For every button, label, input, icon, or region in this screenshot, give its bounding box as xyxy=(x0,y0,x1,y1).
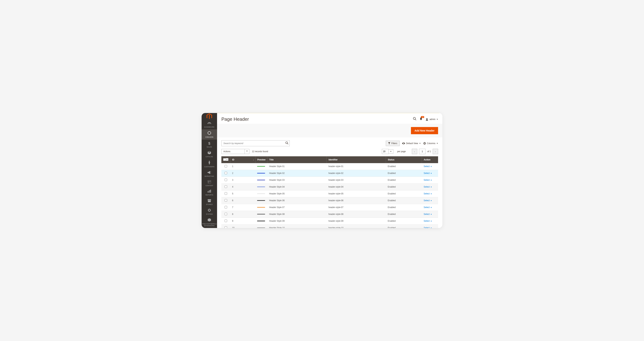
of-label: of 1 xyxy=(427,150,431,153)
row-checkbox[interactable] xyxy=(224,192,227,195)
row-action-select[interactable]: Select▼ xyxy=(424,226,432,228)
next-page-button[interactable]: › xyxy=(433,149,438,154)
add-new-header-button[interactable]: Add New Header xyxy=(411,127,438,134)
row-action-select[interactable]: Select▼ xyxy=(424,199,432,202)
sidebar-item-label: STORES xyxy=(206,204,213,205)
col-title[interactable]: Title xyxy=(268,156,327,163)
table-row: 9Header Style 09header-style-09EnabledSe… xyxy=(222,218,438,224)
cell-preview xyxy=(255,197,267,204)
cell-title: Header Style 08 xyxy=(268,211,327,218)
filters-button[interactable]: Filters xyxy=(386,141,400,146)
page-size-input[interactable] xyxy=(382,149,389,154)
records-found: 12 records found xyxy=(252,150,268,153)
search-icon[interactable] xyxy=(413,117,416,122)
sidebar-item-stores[interactable]: STORES xyxy=(202,198,217,207)
cell-id: 6 xyxy=(230,197,255,204)
sidebar-item-content[interactable]: CONTENT xyxy=(202,178,217,188)
cell-identifier: header-style-01 xyxy=(327,163,386,170)
notification-bell-icon[interactable]: 30 xyxy=(420,117,422,121)
sidebar-item-label: CODAZON xyxy=(206,136,214,138)
chevron-down-icon: ▼ xyxy=(389,149,393,154)
page-size-selector[interactable]: ▼ xyxy=(382,149,393,154)
col-identifier[interactable]: Identifier xyxy=(327,156,386,163)
main-content: Page Header 30 admin ▼ Add New Header xyxy=(217,113,442,228)
table-row: 7Header Style 07header-style-07EnabledSe… xyxy=(222,204,438,211)
svg-point-10 xyxy=(286,142,288,144)
prev-page-button[interactable]: ‹ xyxy=(412,149,417,154)
row-action-select[interactable]: Select▼ xyxy=(424,220,432,222)
select-all-header[interactable]: ▼ xyxy=(222,156,230,163)
megaphone-icon xyxy=(208,171,211,175)
sidebar-item-system[interactable]: SYSTEM xyxy=(202,207,217,216)
cell-identifier: header-style-04 xyxy=(327,184,386,190)
cell-status: Enabled xyxy=(386,170,422,176)
col-action[interactable]: Action xyxy=(422,156,438,163)
row-checkbox[interactable] xyxy=(224,186,227,188)
sidebar-item-sales[interactable]: $SALES xyxy=(202,140,217,149)
bars-icon xyxy=(208,190,211,194)
cell-status: Enabled xyxy=(386,190,422,197)
svg-rect-1 xyxy=(208,180,211,183)
col-status[interactable]: Status xyxy=(386,156,422,163)
cell-preview xyxy=(255,184,267,190)
cell-id: 7 xyxy=(230,204,255,211)
sidebar-item-dashboard[interactable]: DASHBOARD xyxy=(202,120,217,129)
row-checkbox[interactable] xyxy=(224,213,227,215)
table-row: 6Header Style 06header-style-06EnabledSe… xyxy=(222,197,438,204)
row-checkbox[interactable] xyxy=(224,178,227,181)
sidebar-item-label: DASHBOARD xyxy=(204,126,214,128)
row-action-select[interactable]: Select▼ xyxy=(424,172,432,174)
sidebar-item-codazon[interactable]: CODAZON xyxy=(202,129,217,140)
row-checkbox[interactable] xyxy=(224,165,227,168)
data-grid: ▼ ID↓ Preview Title Identifier Status Ac… xyxy=(222,156,438,228)
row-checkbox[interactable] xyxy=(224,199,227,202)
cell-title: Header Style 02 xyxy=(268,170,327,176)
search-button-icon[interactable] xyxy=(285,142,288,145)
cell-id: 10 xyxy=(230,224,255,228)
search-input[interactable] xyxy=(222,140,290,146)
chevron-down-icon: ▼ xyxy=(436,142,438,144)
row-action-select[interactable]: Select▼ xyxy=(424,179,432,181)
sidebar-item-find-partners-extensions[interactable]: FIND PARTNERS & EXTENSIONS xyxy=(202,216,217,228)
cell-preview xyxy=(255,204,267,211)
grid-header-row: ▼ ID↓ Preview Title Identifier Status Ac… xyxy=(222,156,438,163)
table-row: 2Header Style 02header-style-02EnabledSe… xyxy=(222,170,438,176)
store-icon xyxy=(208,199,211,203)
row-action-select[interactable]: Select▼ xyxy=(424,213,432,216)
row-action-select[interactable]: Select▼ xyxy=(424,165,432,168)
row-checkbox[interactable] xyxy=(224,172,227,174)
sidebar-item-customers[interactable]: CUSTOMERS xyxy=(202,159,217,169)
row-checkbox[interactable] xyxy=(224,226,227,228)
cell-identifier: header-style-10 xyxy=(327,224,386,228)
cell-title: Header Style 01 xyxy=(268,163,327,170)
sidebar-item-reports[interactable]: REPORTS xyxy=(202,188,217,197)
controls-row-2: Actions ▼ 12 records found ▼ per page ‹ … xyxy=(217,148,442,156)
row-checkbox[interactable] xyxy=(224,206,227,208)
col-preview[interactable]: Preview xyxy=(255,156,267,163)
actions-dropdown[interactable]: Actions ▼ xyxy=(222,149,250,154)
row-action-select[interactable]: Select▼ xyxy=(424,206,432,208)
notification-badge: 30 xyxy=(421,116,424,118)
row-action-select[interactable]: Select▼ xyxy=(424,192,432,195)
cell-status: Enabled xyxy=(386,204,422,211)
sidebar-item-catalog[interactable]: CATALOG xyxy=(202,149,217,159)
cell-title: Header Style 05 xyxy=(268,190,327,197)
current-page-input[interactable] xyxy=(419,149,426,154)
user-menu[interactable]: admin ▼ xyxy=(426,118,438,121)
dashboard-icon xyxy=(208,122,211,126)
svg-rect-4 xyxy=(208,191,208,192)
columns-button[interactable]: Columns ▼ xyxy=(423,142,438,145)
cell-id: 5 xyxy=(230,190,255,197)
default-view-button[interactable]: Default View ▼ xyxy=(402,142,421,145)
cell-preview xyxy=(255,211,267,218)
svg-line-8 xyxy=(415,119,416,120)
cell-identifier: header-style-02 xyxy=(327,170,386,176)
col-id[interactable]: ID↓ xyxy=(230,156,255,163)
table-row: 10Header Style 10header-style-10EnabledS… xyxy=(222,224,438,228)
sidebar-item-marketing[interactable]: MARKETING xyxy=(202,169,217,178)
row-checkbox[interactable] xyxy=(224,220,227,222)
row-action-select[interactable]: Select▼ xyxy=(424,186,432,188)
controls-row-1: Filters Default View ▼ Columns ▼ xyxy=(217,138,442,148)
table-row: 4Header Style 04header-style-04EnabledSe… xyxy=(222,184,438,190)
svg-point-0 xyxy=(209,161,210,162)
